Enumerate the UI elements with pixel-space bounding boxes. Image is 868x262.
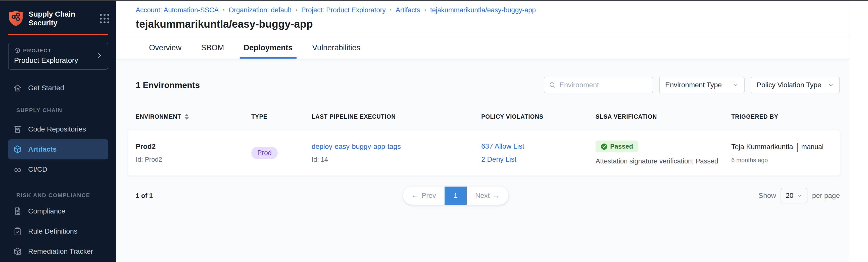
arrow-right-icon: → xyxy=(493,192,500,200)
breadcrumb-separator: › xyxy=(424,6,426,13)
last-pipeline-execution-cell: deploy-easy-buggy-app-tags Id: 14 xyxy=(312,143,481,164)
chevron-down-icon xyxy=(733,82,739,88)
infinity-icon: ∞ xyxy=(13,165,22,174)
sidebar-item-label: Get Started xyxy=(28,84,64,92)
header-top: Account: Automation-SSCA › Organization:… xyxy=(116,1,849,37)
main-area: Account: Automation-SSCA › Organization:… xyxy=(116,1,849,262)
environment-id: Id: Prod2 xyxy=(136,156,251,164)
next-page-button[interactable]: Next → xyxy=(467,186,508,205)
slsa-detail: Attestation signature verification: Pass… xyxy=(596,157,731,165)
sidebar-item-compliance[interactable]: Compliance xyxy=(0,201,116,221)
project-selector[interactable]: PROJECT Product Exploratory xyxy=(8,43,108,70)
sidebar-section-supply-chain: SUPPLY CHAIN xyxy=(0,107,116,114)
pipeline-link[interactable]: deploy-easy-buggy-app-tags xyxy=(312,143,481,151)
page-title: tejakummarikuntla/easy-buggy-app xyxy=(136,18,849,30)
pipeline-id: Id: 14 xyxy=(312,156,481,164)
sidebar-item-label: Rule Definitions xyxy=(28,227,78,235)
code-repository-icon xyxy=(13,125,22,134)
sidebar: Supply Chain Security PROJECT Product Ex… xyxy=(0,1,116,262)
tab-vulnerabilities[interactable]: Vulnerabilities xyxy=(308,37,364,59)
triggered-by-line: Teja Kummarikuntla | manual xyxy=(731,142,832,152)
toolbar: 1 Environments Environment Type Policy V… xyxy=(128,77,840,93)
column-header-label: ENVIRONMENT xyxy=(136,113,181,120)
triggered-by-cell: Teja Kummarikuntla | manual 6 months ago xyxy=(731,142,832,164)
home-icon xyxy=(13,84,22,92)
pagination-summary: 1 of 1 xyxy=(136,192,153,200)
environments-count-heading: 1 Environments xyxy=(136,80,200,90)
search-icon xyxy=(549,82,556,88)
show-label: Show xyxy=(758,192,776,200)
supply-chain-security-shield-icon xyxy=(8,10,24,27)
breadcrumb-project[interactable]: Project: Product Exploratory xyxy=(301,6,386,14)
policy-violation-type-filter-label: Policy Violation Type xyxy=(757,81,821,89)
box-wrench-icon xyxy=(13,247,22,256)
tab-deployments[interactable]: Deployments xyxy=(240,37,297,59)
app-root: Supply Chain Security PROJECT Product Ex… xyxy=(0,1,868,262)
breadcrumb-artifact-name[interactable]: tejakummarikuntla/easy-buggy-app xyxy=(430,6,536,14)
column-header-triggered-by: TRIGGERED BY xyxy=(731,113,832,120)
clipboard-check-icon xyxy=(13,227,22,236)
slsa-status-badge: Passed xyxy=(596,141,638,152)
triggered-by-separator: | xyxy=(796,141,798,152)
document-search-icon xyxy=(13,207,22,216)
app-switcher-grid-icon[interactable] xyxy=(100,14,109,23)
column-header-environment: ENVIRONMENT xyxy=(136,113,251,120)
tab-overview[interactable]: Overview xyxy=(145,37,185,59)
environment-name: Prod2 xyxy=(136,143,251,151)
environment-search-input[interactable] xyxy=(559,81,648,89)
triggered-by-mode: manual xyxy=(801,143,824,151)
column-header-last-pipeline-execution: LAST PIPELINE EXECUTION xyxy=(312,113,481,120)
toolbar-filters: Environment Type Policy Violation Type xyxy=(544,77,840,93)
policy-violations-cell: 637 Allow List 2 Deny List xyxy=(481,142,596,164)
chevron-right-icon xyxy=(96,52,103,60)
project-label: PROJECT xyxy=(23,48,52,54)
breadcrumb-artifacts[interactable]: Artifacts xyxy=(396,6,421,14)
environment-type-filter[interactable]: Environment Type xyxy=(659,77,745,93)
sidebar-item-cicd[interactable]: ∞ CI/CD xyxy=(0,159,116,179)
page-size-select[interactable]: 20 xyxy=(780,188,807,203)
column-header-type: TYPE xyxy=(251,113,312,120)
sidebar-item-remediation-tracker[interactable]: Remediation Tracker xyxy=(0,241,116,262)
sort-icon[interactable] xyxy=(185,114,189,120)
column-header-policy-violations: POLICY VIOLATIONS xyxy=(481,113,596,120)
deployments-content: 1 Environments Environment Type Policy V… xyxy=(116,59,849,262)
breadcrumb-separator: › xyxy=(390,6,392,13)
pagination-bar: 1 of 1 ← Prev 1 Next → Show 20 xyxy=(128,186,840,205)
chevron-down-icon xyxy=(797,193,802,198)
breadcrumb-organization[interactable]: Organization: default xyxy=(229,6,291,14)
page-number-button[interactable]: 1 xyxy=(444,186,467,205)
allow-list-link[interactable]: 637 Allow List xyxy=(481,142,596,150)
check-circle-icon xyxy=(600,143,608,150)
next-page-label: Next xyxy=(475,192,490,200)
environment-type-badge: Prod xyxy=(251,147,278,159)
chevron-down-icon xyxy=(828,82,834,88)
page-header: Account: Automation-SSCA › Organization:… xyxy=(116,1,849,59)
prev-page-button[interactable]: ← Prev xyxy=(403,186,445,205)
slsa-status-label: Passed xyxy=(610,143,633,150)
environment-type-filter-label: Environment Type xyxy=(665,81,722,89)
prev-page-label: Prev xyxy=(422,192,436,200)
per-page-label: per page xyxy=(812,192,840,200)
sidebar-item-get-started[interactable]: Get Started xyxy=(0,78,116,98)
sidebar-item-rule-definitions[interactable]: Rule Definitions xyxy=(0,221,116,241)
slsa-verification-cell: Passed Attestation signature verificatio… xyxy=(596,141,731,165)
environment-search xyxy=(544,77,653,93)
breadcrumb-separator: › xyxy=(223,6,225,13)
sidebar-item-label: Code Repositories xyxy=(28,125,86,133)
deny-list-link[interactable]: 2 Deny List xyxy=(481,155,596,164)
breadcrumb-account[interactable]: Account: Automation-SSCA xyxy=(136,6,219,14)
tab-sbom[interactable]: SBOM xyxy=(197,37,228,59)
tab-bar: Overview SBOM Deployments Vulnerabilitie… xyxy=(116,37,849,59)
sidebar-item-label: Artifacts xyxy=(28,145,57,153)
sidebar-item-code-repositories[interactable]: Code Repositories xyxy=(0,119,116,139)
project-name: Product Exploratory xyxy=(14,56,102,65)
environment-cell: Prod2 Id: Prod2 xyxy=(136,143,251,164)
cube-icon xyxy=(14,47,21,54)
sidebar-item-artifacts[interactable]: Artifacts xyxy=(8,139,108,159)
policy-violation-type-filter[interactable]: Policy Violation Type xyxy=(751,77,840,93)
page-size-value: 20 xyxy=(785,192,793,200)
table-row[interactable]: Prod2 Id: Prod2 Prod deploy-easy-buggy-a… xyxy=(128,130,840,175)
page-size-control: Show 20 per page xyxy=(758,188,840,203)
sidebar-nav: Get Started SUPPLY CHAIN Code Repositori… xyxy=(0,78,116,262)
logo-row: Supply Chain Security xyxy=(0,1,116,28)
